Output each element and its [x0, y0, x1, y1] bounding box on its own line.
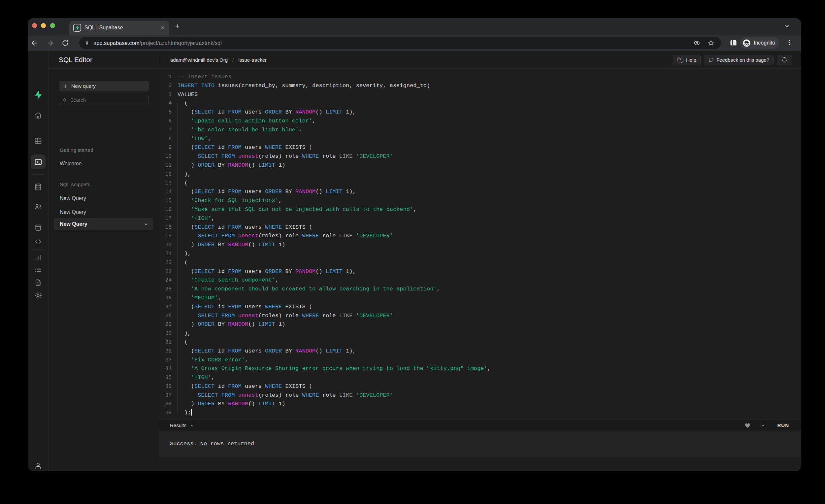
search-input[interactable]: [69, 97, 145, 103]
code-line[interactable]: 6 'Update call-to-action button color',: [159, 117, 801, 126]
code-line[interactable]: 10 SELECT FROM unnest(roles) role WHERE …: [159, 152, 801, 161]
breadcrumb-org[interactable]: adam@windmill.dev's Org: [170, 57, 228, 63]
code-line[interactable]: 31 (: [159, 338, 801, 347]
run-button[interactable]: RUN: [775, 422, 791, 428]
side-panel-icon[interactable]: [729, 38, 738, 47]
breadcrumb-separator: /: [232, 57, 234, 63]
code-line[interactable]: 15 'Check for SQL injections',: [159, 196, 801, 205]
sql-editor[interactable]: 1-- Insert issues2INSERT INTO issues(cre…: [159, 69, 801, 419]
sidebar-item-auth[interactable]: [28, 203, 48, 211]
code-line[interactable]: 18 (SELECT id FROM users WHERE EXISTS (: [159, 223, 801, 232]
sidebar-item-logs[interactable]: [28, 266, 48, 274]
sidebar-item-table-editor[interactable]: [28, 137, 48, 145]
code-line[interactable]: 25 'A new component should be created to…: [159, 285, 801, 294]
feedback-button[interactable]: Feedback on this page?: [704, 55, 773, 65]
sidebar-item-home[interactable]: [28, 111, 48, 120]
code-line[interactable]: 21 ),: [159, 249, 801, 259]
snippet-item-welcome[interactable]: Welcome: [60, 161, 81, 167]
sidebar-item-edge-functions[interactable]: [28, 238, 48, 246]
help-button[interactable]: ? Help: [673, 55, 700, 65]
sidebar-item-reports[interactable]: [28, 253, 48, 261]
address-bar[interactable]: app.supabase.com/project/azahtnhqohyjerz…: [79, 37, 721, 49]
bell-icon: [781, 57, 788, 63]
supabase-favicon: [73, 24, 81, 32]
code-line[interactable]: 12 ),: [159, 170, 801, 179]
code-line[interactable]: 17 'HIGH',: [159, 214, 801, 223]
forward-button[interactable]: [46, 39, 54, 47]
code-line[interactable]: 2INSERT INTO issues(created_by, summary,…: [159, 81, 801, 90]
plus-icon: [63, 83, 68, 89]
code-line[interactable]: 23 (SELECT id FROM users ORDER BY RANDOM…: [159, 267, 801, 276]
snippet-item-new-query-active[interactable]: New Query: [54, 218, 153, 230]
active-snippet-label: New Query: [60, 221, 87, 227]
code-line[interactable]: 20 ) ORDER BY RANDOM() LIMIT 1): [159, 240, 801, 249]
window-zoom-button[interactable]: [50, 23, 55, 28]
new-query-button[interactable]: New query: [59, 81, 149, 91]
search-box[interactable]: [59, 95, 149, 105]
run-options-chevron-icon[interactable]: [761, 423, 766, 428]
code-line[interactable]: 38 ) ORDER BY RANDOM() LIMIT 1): [159, 400, 801, 409]
code-line[interactable]: 28 SELECT FROM unnest(roles) role WHERE …: [159, 311, 801, 320]
notifications-button[interactable]: [777, 55, 792, 65]
code-line[interactable]: 4 (: [159, 99, 801, 108]
code-line[interactable]: 22 (: [159, 259, 801, 267]
line-number: 1: [159, 73, 172, 81]
code-line[interactable]: 26 'MEDIUM',: [159, 294, 801, 303]
code-line[interactable]: 36 (SELECT id FROM users WHERE EXISTS (: [159, 382, 801, 391]
line-number: 33: [159, 356, 172, 365]
results-label[interactable]: Results: [170, 423, 186, 428]
section-label-sql-snippets: SQL snippets: [60, 182, 90, 188]
sidebar-item-api-docs[interactable]: [28, 279, 48, 287]
account-icon[interactable]: [28, 461, 48, 470]
line-number: 39: [159, 409, 172, 418]
sidebar-item-sql-editor[interactable]: [31, 154, 46, 169]
code-line[interactable]: 27 (SELECT id FROM users WHERE EXISTS (: [159, 303, 801, 311]
sidebar-item-storage[interactable]: [28, 223, 48, 232]
code-line[interactable]: 30 ),: [159, 329, 801, 338]
sidebar-item-settings[interactable]: [28, 291, 48, 300]
code-line[interactable]: 14 (SELECT id FROM users ORDER BY RANDOM…: [159, 188, 801, 196]
code-line[interactable]: 13 (: [159, 179, 801, 188]
code-line[interactable]: 8 'LOW',: [159, 135, 801, 144]
browser-menu-icon[interactable]: [786, 38, 794, 47]
tab-close-icon[interactable]: [160, 25, 165, 30]
snippet-item-new-query-1[interactable]: New Query: [60, 195, 86, 201]
new-tab-button[interactable]: [174, 23, 180, 29]
chevron-down-icon[interactable]: [144, 222, 149, 227]
snippet-item-new-query-2[interactable]: New Query: [60, 209, 86, 215]
code-line[interactable]: 1-- Insert issues: [159, 73, 801, 81]
eye-off-icon[interactable]: [693, 40, 700, 47]
back-button[interactable]: [31, 39, 38, 47]
code-line[interactable]: 7 'The color should be light blue',: [159, 126, 801, 135]
url-host: app.supabase.com: [93, 40, 139, 46]
code-line[interactable]: 29 ) ORDER BY RANDOM() LIMIT 1): [159, 320, 801, 329]
code-line[interactable]: 33 'Fix CORS error',: [159, 356, 801, 365]
code-line[interactable]: 34 'A Cross Origin Resource Sharing erro…: [159, 364, 801, 373]
code-line[interactable]: 9 (SELECT id FROM users WHERE EXISTS (: [159, 143, 801, 152]
line-number: 28: [159, 311, 172, 320]
results-chevron-icon[interactable]: [190, 423, 194, 427]
breadcrumb-project[interactable]: issue-tracker: [238, 57, 267, 63]
section-label-getting-started: Getting started: [60, 147, 93, 153]
code-line[interactable]: 16 'Make sure that SQL can not be inject…: [159, 205, 801, 214]
line-number: 36: [159, 382, 172, 391]
code-line[interactable]: 19 SELECT FROM unnest(roles) role WHERE …: [159, 232, 801, 240]
browser-tab[interactable]: SQL | Supabase: [69, 21, 169, 34]
reload-button[interactable]: [62, 39, 69, 47]
code-line[interactable]: 11 ) ORDER BY RANDOM() LIMIT 1): [159, 161, 801, 170]
code-line[interactable]: 35 'HIGH',: [159, 373, 801, 382]
code-line[interactable]: 37 SELECT FROM unnest(roles) role WHERE …: [159, 391, 801, 400]
code-line[interactable]: 24 'Create search component',: [159, 276, 801, 285]
favorite-heart-icon[interactable]: [745, 423, 751, 428]
window-minimize-button[interactable]: [41, 23, 46, 28]
code-line[interactable]: 3VALUES: [159, 90, 801, 99]
code-line[interactable]: 32 (SELECT id FROM users ORDER BY RANDOM…: [159, 347, 801, 356]
sidebar-item-database[interactable]: [28, 183, 48, 191]
window-close-button[interactable]: [32, 23, 37, 28]
supabase-logo-icon[interactable]: [28, 90, 48, 100]
line-number: 16: [159, 205, 172, 214]
code-line[interactable]: 39 );: [159, 409, 801, 418]
code-line[interactable]: 5 (SELECT id FROM users ORDER BY RANDOM(…: [159, 108, 801, 117]
bookmark-star-icon[interactable]: [707, 40, 715, 47]
tab-search-chevron-icon[interactable]: [784, 24, 790, 28]
